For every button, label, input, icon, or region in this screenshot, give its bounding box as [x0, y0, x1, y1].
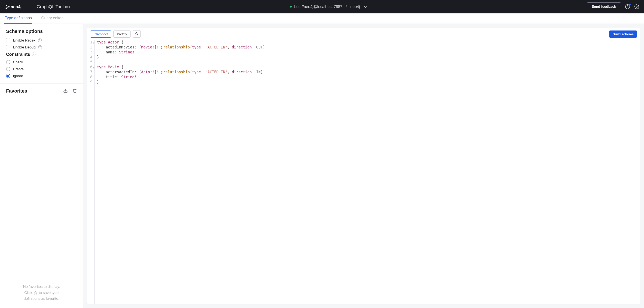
topbar-actions: Send feedback [587, 3, 639, 11]
tab-bar: Type definitions Query editor [0, 14, 644, 24]
neo4j-logo-icon: neo4j [5, 4, 31, 10]
enable-debug-row: Enable Debug ? [6, 45, 77, 49]
svg-point-6 [636, 6, 637, 7]
sidebar: Schema options Enable Regex ? Enable Deb… [0, 24, 83, 308]
schema-options-section: Schema options Enable Regex ? Enable Deb… [0, 24, 83, 84]
help-icon[interactable]: ? [38, 46, 42, 49]
connection-selector[interactable]: bolt://neo4j@localhost:7687 / neo4j [70, 5, 587, 9]
star-icon [34, 291, 38, 294]
introspect-button[interactable]: Introspect [90, 31, 111, 38]
enable-regex-row: Enable Regex ? [6, 38, 77, 42]
connection-url: bolt://neo4j@localhost:7687 [294, 5, 342, 9]
tab-query-editor[interactable]: Query editor [41, 13, 63, 24]
tab-type-definitions[interactable]: Type definitions [4, 13, 32, 24]
product-name: GraphQL Toolbox [37, 4, 70, 9]
constraint-check-row: Check [6, 60, 77, 64]
favorites-empty-state: No favorites to display. Click to save t… [0, 101, 83, 308]
fold-toggle[interactable]: ▼ [93, 66, 95, 71]
help-icon[interactable]: ? [38, 39, 42, 42]
prettify-button[interactable]: Prettify [114, 31, 130, 38]
constraint-create-label: Create [13, 67, 24, 71]
schema-options-title: Schema options [6, 29, 77, 34]
enable-regex-label: Enable Regex [13, 38, 36, 42]
constraint-create-radio[interactable] [6, 67, 10, 71]
delete-favorites-button[interactable] [72, 88, 77, 94]
status-dot-icon [290, 6, 292, 8]
constraint-check-radio[interactable] [6, 60, 10, 64]
constraints-title: Constraints ? [6, 52, 77, 57]
star-icon [135, 32, 138, 36]
fold-toggle[interactable]: ▼ [93, 41, 95, 46]
line-gutter: 1▼23456▼789 [87, 40, 95, 304]
favorites-section: Favorites [0, 84, 83, 101]
settings-button[interactable] [634, 4, 639, 9]
constraint-create-row: Create [6, 67, 77, 71]
code-content[interactable]: type Actor { actedInMovies: [Movie!]! @r… [95, 40, 267, 304]
enable-debug-checkbox[interactable] [6, 45, 10, 49]
favorites-empty-line3: definitions as favorite. [24, 296, 59, 301]
editor-card: Introspect Prettify Build schema 1▼23456… [87, 28, 640, 304]
constraint-ignore-row: Ignore [6, 74, 77, 78]
chevron-down-icon [364, 5, 367, 9]
constraint-ignore-radio[interactable] [6, 74, 10, 78]
editor-pane: Introspect Prettify Build schema 1▼23456… [83, 24, 644, 308]
send-feedback-button[interactable]: Send feedback [587, 3, 621, 11]
enable-regex-checkbox[interactable] [6, 38, 10, 42]
favorite-button[interactable] [133, 30, 141, 38]
enable-debug-label: Enable Debug [13, 45, 36, 49]
svg-text:neo4j: neo4j [10, 4, 22, 9]
favorites-empty-line1: No favorites to display. [23, 284, 60, 290]
notification-dot-icon [629, 4, 630, 6]
download-favorites-button[interactable] [63, 88, 68, 94]
topbar: neo4j GraphQL Toolbox bolt://neo4j@local… [0, 0, 644, 14]
favorites-title: Favorites [6, 88, 27, 94]
database-name: neo4j [350, 5, 360, 9]
main: Schema options Enable Regex ? Enable Deb… [0, 24, 644, 308]
editor-toolbar: Introspect Prettify Build schema [87, 28, 640, 40]
favorites-empty-line2: Click to save type [24, 290, 59, 296]
constraint-ignore-label: Ignore [13, 74, 23, 78]
logo: neo4j [5, 4, 31, 10]
svg-point-5 [627, 8, 628, 8]
constraint-check-label: Check [13, 60, 23, 64]
separator: / [346, 5, 347, 9]
build-schema-button[interactable]: Build schema [609, 31, 637, 38]
help-icon[interactable]: ? [32, 53, 36, 56]
help-button[interactable] [625, 4, 630, 9]
code-editor[interactable]: 1▼23456▼789 type Actor { actedInMovies: … [87, 40, 640, 304]
